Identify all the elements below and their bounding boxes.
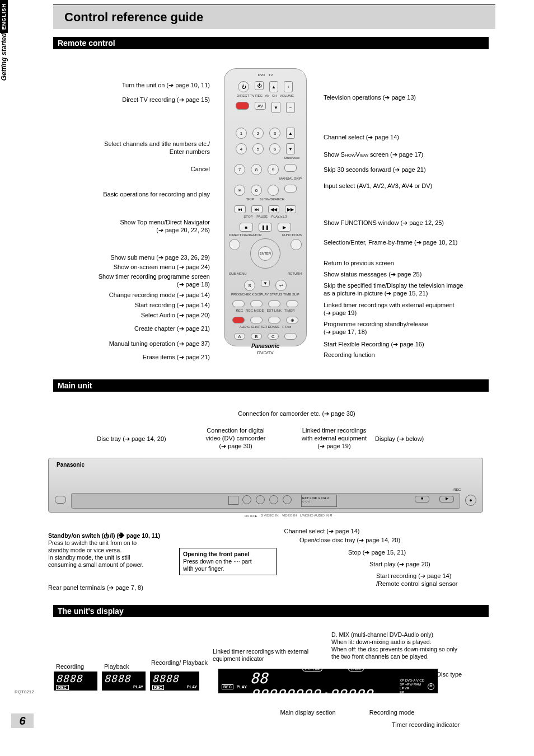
callout-disc-tray: Disc tray (➔ page 14, 20) <box>67 435 196 443</box>
section-main-unit: Main unit <box>53 379 489 392</box>
callout-recording-function: Recording function <box>324 351 486 359</box>
callout-erase-items: Erase items (➔ page 21) <box>53 353 210 361</box>
callout-open-close-tray: Open/close disc tray (➔ page 14, 20) <box>280 536 420 544</box>
standby-note: Standby/on switch (⏻/I) (➔ page 10, 11) … <box>48 532 177 569</box>
callout-ch-select-unit: Channel select (➔ page 14) <box>257 527 386 535</box>
callout-play-unit: Start play (➔ page 20) <box>369 560 498 568</box>
callout-basic-ops: Basic operations for recording and play <box>53 190 210 198</box>
callout-timer-indicator: Timer recording indicator <box>392 721 487 729</box>
callout-dv-camcorder: Connection for digitalvideo (DV) camcord… <box>194 426 278 450</box>
callout-showview: Show ShowView screen (➔ page 17) <box>324 151 486 158</box>
callout-display-below: Display (➔ below) <box>375 435 442 443</box>
main-unit-illustration: Panasonic EXT LINK ∨ CH ∧○ ○ ○ ● ■ ▶ REC… <box>48 458 483 513</box>
callout-osd-menu: Show on-screen menu (➔ page 24) <box>53 263 210 271</box>
rear-panel-note: Rear panel terminals (➔ page 7, 8) <box>48 584 143 591</box>
display-main: REC PLAY 88 88888888:88888 XP DVD-A V CD… <box>218 669 438 693</box>
callout-direct-tv-rec: Direct TV recording (➔ page 15) <box>53 96 210 104</box>
display-recording: 8888 REC <box>54 672 97 691</box>
callout-cancel: Cancel <box>53 165 210 173</box>
callout-skip-30: Skip 30 seconds forward (➔ page 21) <box>324 166 486 173</box>
callout-ext-link: Linked timer recordings with external eq… <box>324 301 486 317</box>
display-rec-playback: 8888 REC PLAY <box>150 672 199 691</box>
callout-dmix: D. MIX (multi-channel DVD-Audio only) Wh… <box>331 631 494 660</box>
callout-return: Return to previous screen <box>324 259 486 267</box>
callout-input-select: Input select (AV1, AV2, AV3, AV4 or DV) <box>324 182 486 190</box>
callout-sub-menu: Show sub menu (➔ page 23, 26, 29) <box>53 253 210 261</box>
page-number: 6 <box>11 713 34 728</box>
callout-rec-mode: Change recording mode (➔ page 14) <box>53 291 210 299</box>
callout-create-chapter: Create chapter (➔ page 21) <box>53 325 210 332</box>
remote-control-illustration: DVD TV ⏻⏻▲+ DIRECT TV REC AV CH VOLUME A… <box>224 68 307 346</box>
callout-channel-select: Channel select (➔ page 14) <box>324 133 486 141</box>
label-recording: Recording <box>56 663 84 670</box>
section-remote-control: Remote control <box>53 37 489 49</box>
callout-linked-timer-ext: Linked timer recordingswith external equ… <box>292 426 376 450</box>
callout-timer-prog: Show timer recording programme screen(➔ … <box>53 273 210 288</box>
callout-start-rec: Start recording (➔ page 14) <box>53 301 210 309</box>
callout-functions-window: Show FUNCTIONS window (➔ page 12, 25) <box>324 219 486 227</box>
callout-status-messages: Show status messages (➔ page 25) <box>324 270 486 278</box>
callout-programme-standby: Programme recording standby/release(➔ pa… <box>324 320 486 336</box>
callout-main-display-section: Main display section <box>263 708 353 716</box>
sidebar-language-tab: ENGLISH <box>0 0 8 33</box>
label-playback: Playback <box>104 663 129 670</box>
callout-manual-tuning: Manual tuning operation (➔ page 37) <box>53 340 210 348</box>
callout-top-menu: Show Top menu/Direct Navigator(➔ page 20… <box>53 218 210 234</box>
callout-tv-ops: Television operations (➔ page 13) <box>324 93 486 101</box>
display-playback: 8888 PLAY <box>102 672 146 691</box>
section-units-display: The unit's display <box>53 605 489 617</box>
callout-disc-type: Disc type <box>437 670 487 678</box>
callout-select-channels: Select channels and title numbers etc./E… <box>53 140 210 156</box>
callout-rec-sensor: Start recording (➔ page 14)/Remote contr… <box>376 572 505 588</box>
page-title: Control reference guide <box>53 4 495 29</box>
opening-panel-box: Opening the front panel Press down on th… <box>179 548 277 575</box>
callout-time-slip: Skip the specified time/Display the tele… <box>324 281 491 297</box>
callout-turn-on: Turn the unit on (➔ page 10, 11) <box>53 81 210 89</box>
label-rec-play: Recording/ Playback <box>151 659 208 666</box>
document-id: RQT8212 <box>15 689 34 694</box>
callout-select-audio: Select Audio (➔ page 20) <box>53 311 210 319</box>
callout-selection-enter: Selection/Enter, Frame-by-frame (➔ page … <box>324 238 491 246</box>
sidebar-chapter-tab: Getting started <box>0 33 8 81</box>
callout-camcorder-conn: Connection for camcorder etc. (➔ page 30… <box>218 410 375 417</box>
callout-recording-mode: Recording mode <box>358 708 425 716</box>
callout-flex-rec: Start Flexible Recording (➔ page 16) <box>324 340 486 348</box>
callout-linked-indicator: Linked timer recordings with external eq… <box>213 648 330 663</box>
callout-stop-unit: Stop (➔ page 15, 21) <box>348 548 477 556</box>
